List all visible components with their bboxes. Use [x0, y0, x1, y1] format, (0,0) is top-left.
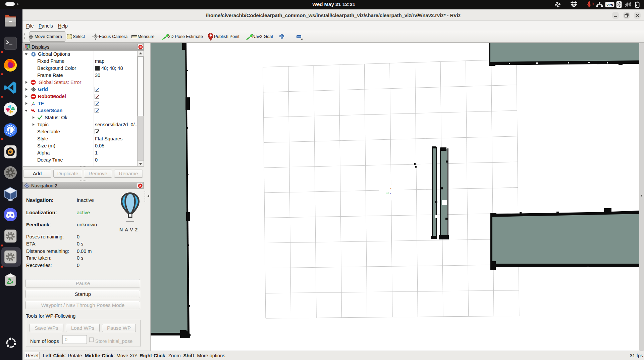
svg-text:VPN: VPN [606, 3, 613, 7]
